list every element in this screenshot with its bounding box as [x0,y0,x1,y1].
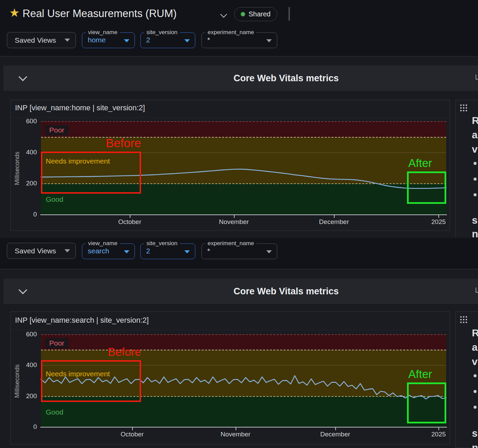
clipped-text: si [472,428,478,439]
filter-experiment-name[interactable]: experiment_name * [201,243,277,259]
title-chevron-down-icon[interactable] [220,11,227,18]
inp-search-chart: PoorNeeds improvementGood0200400600Milli… [41,335,446,427]
filter-value: 2 [146,36,150,44]
clipped-panel-icon [476,288,478,293]
panel-title-divider [11,117,449,118]
filter-label: experiment_name [205,29,256,36]
saved-views-label: Saved Views [15,247,56,255]
filter-value: search [88,247,109,255]
x-tick-mark [334,215,335,218]
filter-value: * [207,36,210,44]
section-title: Core Web Vitals metrics [234,286,339,297]
filter-value: home [88,36,106,44]
section-title: Core Web Vitals metrics [234,73,339,84]
x-tick-mark [438,215,439,218]
shared-status-dot-icon [241,12,245,16]
x-tick-mark [438,427,439,430]
inp-home-chart: PoorNeeds improvementGood0200400600Milli… [41,122,446,215]
dashboard-page: ★ Real User Measurements (RUM) Shared Sa… [0,0,478,448]
x-tick-mark [132,427,133,430]
filter-label: site_version [144,240,180,247]
x-tick-label: December [320,431,350,438]
x-tick-label: November [219,218,249,226]
filter-label: site_version [144,29,180,36]
clipped-panel-icon [476,74,478,80]
panel-title-divider [11,330,449,330]
clipped-text: vi [472,143,478,155]
section-collapse-chevron-icon[interactable] [18,72,27,81]
y-axis-title: Milliseconds [14,364,21,397]
filter-label: experiment_name [205,240,256,247]
filter-view-name[interactable]: view_name home [82,32,135,48]
filter-label: view_name [86,29,120,36]
clipped-text: n [472,442,478,448]
bullet-dot-icon [474,374,477,377]
filter-experiment-name[interactable]: experiment_name * [201,32,277,48]
saved-views-dropdown[interactable]: Saved Views [7,243,76,259]
clipped-text: R [472,327,478,339]
dropdown-arrow-icon [124,250,129,253]
y-axis-title: Milliseconds [14,151,21,185]
x-tick-label: 2025 [431,218,446,226]
dropdown-arrow-icon [65,249,70,252]
filter-view-name[interactable]: view_name search [82,243,135,259]
x-tick-mark [236,427,236,430]
y-tick-label: 0 [18,423,37,431]
x-tick-label: October [118,218,141,226]
clipped-text: si [472,214,478,226]
dropdown-arrow-icon [184,39,190,42]
annotation-box-before [41,152,141,194]
shared-badge-label: Shared [249,10,271,18]
clipped-text: al [472,341,478,353]
dropdown-arrow-icon [124,39,129,42]
favorite-star-icon[interactable]: ★ [9,7,19,18]
x-tick-mark [335,427,336,430]
y-tick-label: 600 [18,331,37,338]
annotation-box-after [407,171,446,204]
dropdown-arrow-icon [184,250,190,253]
y-tick-label: 200 [18,180,37,187]
x-tick-label: November [221,431,251,438]
annotation-box-before [41,360,141,402]
x-tick-label: October [121,431,144,438]
section-header-core-web-vitals: Core Web Vitals metrics [3,279,478,304]
x-tick-mark [130,215,130,218]
bullet-dot-icon [474,193,477,196]
clipped-text: al [472,129,478,141]
filter-value: 2 [146,247,150,255]
annotation-label-before: Before [45,346,141,359]
filter-label: view_name [86,240,120,247]
x-tick-label: December [319,218,349,226]
panel-title: INP [view_name:home | site_version:2] [15,103,145,112]
filter-site-version[interactable]: site_version 2 [140,243,195,259]
panel-drag-handle-icon[interactable] [460,104,468,112]
clipped-text: R [472,115,478,126]
bullet-dot-icon [474,162,477,165]
filter-site-version[interactable]: site_version 2 [140,32,195,48]
header-divider [289,7,290,21]
y-tick-label: 400 [18,149,37,156]
dropdown-arrow-icon [65,39,70,42]
y-tick-label: 0 [18,211,37,218]
y-tick-label: 400 [18,361,37,369]
y-tick-label: 200 [18,392,37,400]
panel-drag-handle-icon[interactable] [460,316,468,324]
x-tick-mark [234,215,235,218]
y-tick-label: 600 [18,117,37,125]
bullet-dot-icon [474,390,477,393]
saved-views-label: Saved Views [15,36,56,44]
saved-views-dropdown[interactable]: Saved Views [7,32,76,48]
shared-badge[interactable]: Shared [234,7,277,21]
dropdown-arrow-icon [266,39,272,42]
bullet-dot-icon [474,406,477,409]
annotation-label-before: Before [45,136,141,150]
panel-title: INP [view_name:search | site_version:2] [15,316,149,325]
bullet-dot-icon [474,178,477,181]
page-title: Real User Measurements (RUM) [23,8,177,20]
dropdown-arrow-icon [266,250,272,253]
annotation-label-after: After [408,368,432,381]
section-header-core-web-vitals: Core Web Vitals metrics [3,66,478,91]
annotation-label-after: After [408,157,432,170]
x-tick-label: 2025 [431,431,446,438]
section-collapse-chevron-icon[interactable] [18,285,27,294]
